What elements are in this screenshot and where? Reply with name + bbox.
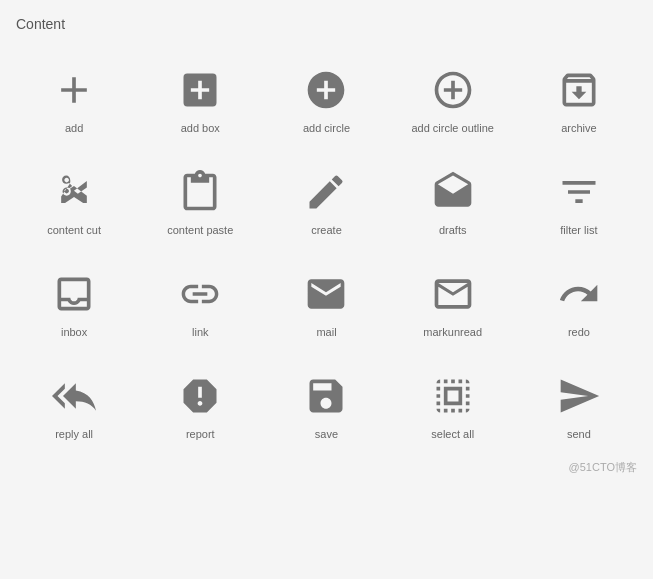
mail-icon — [304, 272, 348, 316]
filter-list-label: filter list — [560, 224, 597, 236]
icon-cell-create[interactable]: create — [268, 154, 384, 246]
icon-cell-content-cut[interactable]: content cut — [16, 154, 132, 246]
icon-cell-reply-all[interactable]: reply all — [16, 358, 132, 450]
link-label: link — [192, 326, 209, 338]
report-icon — [178, 374, 222, 418]
icon-cell-send[interactable]: send — [521, 358, 637, 450]
icon-cell-inbox[interactable]: inbox — [16, 256, 132, 348]
add-circle-outline-label: add circle outline — [411, 122, 494, 134]
save-label: save — [315, 428, 338, 440]
create-label: create — [311, 224, 342, 236]
content-paste-icon — [178, 170, 222, 214]
icon-cell-add-box[interactable]: add box — [142, 52, 258, 144]
save-icon — [304, 374, 348, 418]
add-circle-label: add circle — [303, 122, 350, 134]
markunread-icon — [431, 272, 475, 316]
archive-label: archive — [561, 122, 596, 134]
report-label: report — [186, 428, 215, 440]
filter-list-icon — [557, 170, 601, 214]
inbox-icon — [52, 272, 96, 316]
reply-all-icon — [52, 374, 96, 418]
mail-label: mail — [316, 326, 336, 338]
icon-cell-drafts[interactable]: drafts — [395, 154, 511, 246]
send-label: send — [567, 428, 591, 440]
add-circle-icon — [304, 68, 348, 112]
add-box-label: add box — [181, 122, 220, 134]
icon-cell-report[interactable]: report — [142, 358, 258, 450]
icon-cell-mail[interactable]: mail — [268, 256, 384, 348]
add-box-icon — [178, 68, 222, 112]
create-icon — [304, 170, 348, 214]
send-icon — [557, 374, 601, 418]
icon-cell-add-circle[interactable]: add circle — [268, 52, 384, 144]
add-label: add — [65, 122, 83, 134]
icon-cell-content-paste[interactable]: content paste — [142, 154, 258, 246]
icon-cell-link[interactable]: link — [142, 256, 258, 348]
content-paste-label: content paste — [167, 224, 233, 236]
page-title: Content — [16, 16, 637, 32]
icon-cell-filter-list[interactable]: filter list — [521, 154, 637, 246]
drafts-label: drafts — [439, 224, 467, 236]
icon-cell-select-all[interactable]: select all — [395, 358, 511, 450]
link-icon — [178, 272, 222, 316]
inbox-label: inbox — [61, 326, 87, 338]
icon-cell-archive[interactable]: archive — [521, 52, 637, 144]
icon-cell-redo[interactable]: redo — [521, 256, 637, 348]
drafts-icon — [431, 170, 475, 214]
redo-icon — [557, 272, 601, 316]
markunread-label: markunread — [423, 326, 482, 338]
icon-cell-add-circle-outline[interactable]: add circle outline — [395, 52, 511, 144]
redo-label: redo — [568, 326, 590, 338]
icon-cell-save[interactable]: save — [268, 358, 384, 450]
add-icon — [52, 68, 96, 112]
icon-grid: add add box add circle add circle outlin… — [16, 52, 637, 450]
watermark: @51CTO博客 — [16, 460, 637, 475]
reply-all-label: reply all — [55, 428, 93, 440]
add-circle-outline-icon — [431, 68, 475, 112]
content-cut-label: content cut — [47, 224, 101, 236]
content-cut-icon — [52, 170, 96, 214]
icon-cell-markunread[interactable]: markunread — [395, 256, 511, 348]
archive-icon — [557, 68, 601, 112]
select-all-label: select all — [431, 428, 474, 440]
select-all-icon — [431, 374, 475, 418]
icon-cell-add[interactable]: add — [16, 52, 132, 144]
